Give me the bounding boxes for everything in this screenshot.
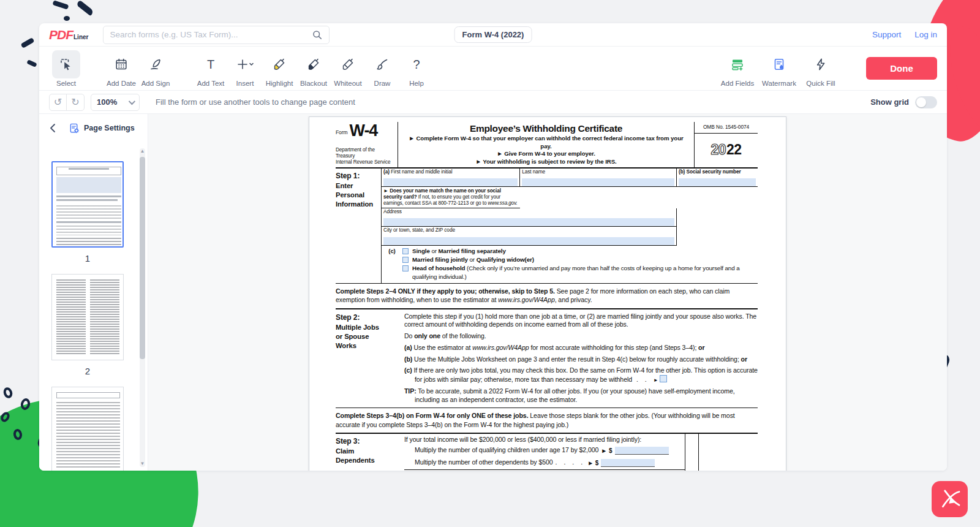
document-canvas: Form W-4 Department of the Treasury Inte…	[148, 114, 947, 471]
blackout-button[interactable]: Blackout	[296, 50, 331, 87]
page-number: 2	[51, 366, 124, 376]
step2-sub: Multiple Jobs	[336, 323, 404, 332]
search-form-box[interactable]	[103, 26, 330, 44]
step2-tip: TIP: To be accurate, submit a 2022 Form …	[404, 387, 758, 404]
two-jobs-checkbox[interactable]	[660, 375, 667, 382]
step2-sub: or Spouse	[336, 332, 404, 341]
insert-button[interactable]: Insert	[228, 50, 262, 87]
select-tool-button[interactable]: Select	[49, 50, 83, 87]
thumbnail-image[interactable]	[51, 274, 124, 360]
chevron-down-icon	[129, 97, 135, 104]
add-text-button[interactable]: T Add Text	[194, 50, 228, 87]
draw-paintbrush-icon	[375, 57, 390, 72]
step2-label: Step 2:	[336, 313, 404, 323]
login-link[interactable]: Log in	[914, 30, 937, 39]
support-link[interactable]: Support	[872, 30, 901, 39]
show-grid-toggle[interactable]	[915, 96, 937, 108]
city-input[interactable]	[383, 237, 674, 245]
toolbar-hint-text: Fill the form or use another tools to ch…	[156, 97, 355, 107]
page-settings-button[interactable]: Page Settings	[69, 123, 135, 134]
step3-line1: Multiply the number of qualifying childr…	[415, 446, 598, 455]
tool-label: Help	[409, 80, 424, 87]
step3-label: Step 3:	[336, 436, 404, 447]
tool-label: Select	[56, 80, 76, 87]
add-fields-button[interactable]: Add Fields	[718, 50, 757, 87]
scrollbar-thumb[interactable]	[140, 157, 145, 359]
whiteout-brush-icon	[341, 57, 355, 72]
search-icon[interactable]	[312, 29, 323, 40]
brush-dash-decoration	[76, 0, 94, 16]
ssn-input[interactable]	[679, 178, 756, 186]
highlight-button[interactable]: Highlight	[262, 50, 296, 87]
scroll-up-icon[interactable]: ▲	[140, 148, 145, 154]
signature-pen-icon	[148, 57, 163, 72]
dept-line: Department of the Treasury	[336, 147, 395, 160]
arrow-dollar: ► $	[601, 447, 612, 455]
redo-button[interactable]: ↻	[67, 94, 84, 110]
first-name-input[interactable]	[383, 178, 518, 186]
add-fields-icon	[730, 57, 745, 72]
year-outline: 20	[710, 141, 726, 159]
help-button[interactable]: ? Help	[399, 50, 434, 87]
whiteout-button[interactable]: Whiteout	[331, 50, 365, 87]
calendar-icon	[114, 57, 129, 72]
step3-row-number: 3	[685, 469, 698, 471]
tool-label: Whiteout	[334, 80, 361, 87]
qualifying-children-amount-input[interactable]	[615, 447, 669, 455]
page-thumbnail-1[interactable]: 1	[51, 161, 124, 264]
pdfliner-logo[interactable]: PDF Liner	[49, 28, 88, 42]
scroll-down-icon[interactable]: ▼	[140, 461, 145, 467]
tool-label: Blackout	[300, 80, 327, 87]
step3-line2: Multiply the number of other dependents …	[415, 458, 553, 467]
collapse-sidebar-button[interactable]	[45, 119, 60, 137]
tool-label: Add Fields	[721, 80, 754, 87]
thumbnail-image[interactable]	[51, 387, 124, 471]
thumbnail-image[interactable]	[51, 161, 124, 248]
last-name-input[interactable]	[522, 178, 674, 186]
form-word: Form	[336, 129, 347, 138]
add-date-button[interactable]: Add Date	[104, 50, 138, 87]
address-input[interactable]	[383, 218, 674, 226]
head-of-household-checkbox[interactable]	[402, 265, 409, 271]
step3-sub: Dependents	[336, 456, 404, 465]
step3-section: Step 3: Claim Dependents If your total i…	[336, 434, 758, 471]
married-jointly-checkbox[interactable]	[402, 257, 409, 263]
steps-2-4-note: Complete Steps 2–4 ONLY if they apply to…	[336, 284, 758, 308]
step2-sub: Works	[336, 341, 404, 351]
zoom-value: 100%	[97, 97, 129, 107]
sidebar-scrollbar[interactable]: ▲ ▼	[140, 148, 145, 467]
last-name-label: Last name	[522, 169, 674, 175]
step2-section: Step 2: Multiple Jobs or Spouse Works Co…	[336, 309, 758, 408]
step2-do-only-one: Do only one of the following.	[404, 332, 758, 341]
step3-intro: If your total income will be $200,000 or…	[404, 434, 685, 445]
filing-option-label: Head of household (Check only if you’re …	[412, 264, 758, 281]
dot-leaders: . .	[632, 376, 654, 383]
page-thumbnail-2[interactable]: 2	[51, 274, 124, 376]
logo-pdf-text: PDF	[49, 28, 73, 42]
ring-decoration	[2, 386, 13, 400]
step1-sub: Personal	[336, 191, 381, 200]
year-bold: 22	[726, 141, 742, 159]
brush-dash-decoration	[20, 37, 34, 48]
logo-liner-text: Liner	[74, 34, 88, 40]
step3-sub: Claim	[336, 447, 404, 456]
help-icon: ?	[413, 58, 420, 70]
single-checkbox[interactable]	[402, 248, 409, 254]
draw-button[interactable]: Draw	[365, 50, 399, 87]
page-thumbnail-3[interactable]: 3	[51, 387, 124, 471]
tool-label: Add Date	[107, 80, 136, 87]
filing-option-label: Married filing jointly or Qualifying wid…	[412, 256, 534, 264]
add-sign-button[interactable]: Add Sign	[138, 50, 173, 87]
brush-dash-decoration	[26, 59, 37, 67]
step2-option-b: (b) Use the Multiple Jobs Worksheet on p…	[404, 355, 758, 364]
page-settings-icon	[69, 123, 80, 134]
search-input[interactable]	[110, 30, 312, 39]
ssa-note: ► Does your name match the name on your …	[382, 187, 520, 208]
tool-label: Watermark	[762, 80, 796, 87]
watermark-button[interactable]: Watermark	[757, 50, 801, 87]
undo-button[interactable]: ↺	[50, 94, 67, 110]
quick-fill-button[interactable]: Quick Fill	[801, 50, 840, 87]
other-dependents-amount-input[interactable]	[601, 459, 655, 467]
done-button[interactable]: Done	[866, 57, 937, 80]
zoom-dropdown[interactable]: 100%	[91, 94, 140, 111]
